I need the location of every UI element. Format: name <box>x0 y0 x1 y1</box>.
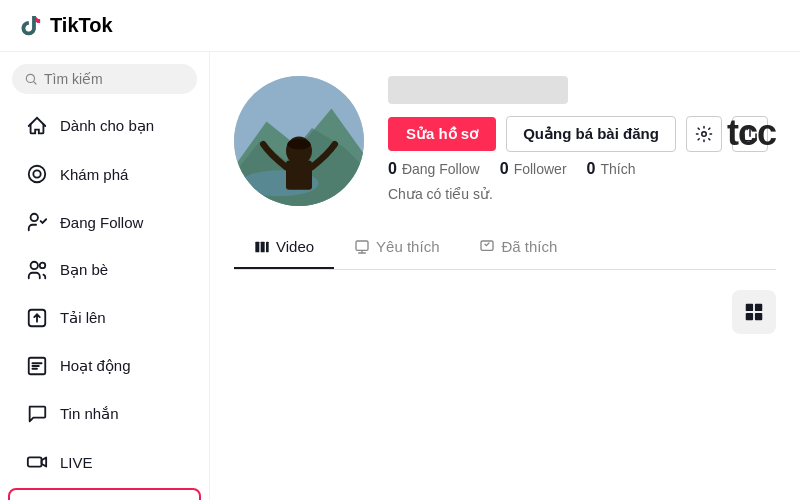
sidebar-label-kham-pha: Khám phá <box>60 166 128 183</box>
svg-rect-34 <box>755 304 762 311</box>
stat-likes-number: 0 <box>587 160 596 178</box>
svg-rect-8 <box>28 457 42 466</box>
tab-video-label: Video <box>276 238 314 255</box>
stat-followers-number: 0 <box>500 160 509 178</box>
following-icon <box>24 209 50 235</box>
message-icon <box>24 401 50 427</box>
svg-point-5 <box>40 263 46 269</box>
sidebar-item-hoat-dong[interactable]: Hoạt động <box>8 343 201 389</box>
favorite-tab-icon <box>354 239 370 255</box>
stat-followers[interactable]: 0 Follower <box>500 160 567 178</box>
stat-likes-label: Thích <box>600 161 635 177</box>
edit-profile-button[interactable]: Sửa hồ sơ <box>388 117 496 151</box>
logo-label: TikTok <box>50 14 113 37</box>
sidebar-item-dang-follow[interactable]: Đang Follow <box>8 199 201 245</box>
username-placeholder <box>388 76 568 104</box>
sidebar-item-tin-nhan[interactable]: Tin nhắn <box>8 391 201 437</box>
svg-rect-36 <box>755 313 762 320</box>
sidebar-label-ban-be: Bạn bè <box>60 261 108 279</box>
svg-rect-35 <box>746 313 753 320</box>
sidebar-item-ban-be[interactable]: Bạn bè <box>8 247 201 293</box>
sidebar-label-hoat-dong: Hoạt động <box>60 357 131 375</box>
activity-icon <box>24 353 50 379</box>
brand-tcc: tcc <box>727 112 776 154</box>
explore-icon <box>24 161 50 187</box>
tab-da-thich-label: Đã thích <box>501 238 557 255</box>
search-icon <box>24 71 38 87</box>
svg-rect-33 <box>746 304 753 311</box>
tab-yeu-thich[interactable]: Yêu thích <box>334 226 459 269</box>
sidebar: Dành cho bạn Khám phá Đang Follow Bạn bè… <box>0 52 210 500</box>
tab-video[interactable]: Video <box>234 226 334 269</box>
sidebar-label-tin-nhan: Tin nhắn <box>60 405 118 423</box>
profile-actions: Sửa hồ sơ Quảng bá bài đăng <box>388 116 776 152</box>
svg-rect-24 <box>286 161 312 190</box>
stat-following[interactable]: 0 Đang Follow <box>388 160 480 178</box>
live-icon <box>24 449 50 475</box>
tiktok-logo[interactable]: TikTok <box>16 12 113 40</box>
grid-icon <box>743 301 765 323</box>
svg-point-26 <box>702 132 707 137</box>
content-grid-area <box>210 270 800 354</box>
svg-rect-0 <box>16 12 44 40</box>
sidebar-label-tai-len: Tải lên <box>60 309 106 327</box>
sidebar-item-ho-so[interactable]: Hồ sơ <box>8 488 201 500</box>
svg-point-4 <box>31 262 38 269</box>
sidebar-item-kham-pha[interactable]: Khám phá <box>8 151 201 197</box>
video-tab-icon <box>254 239 270 255</box>
search-box[interactable] <box>12 64 197 94</box>
home-icon <box>24 113 50 139</box>
bio-text: Chưa có tiểu sử. <box>388 186 776 202</box>
friends-icon <box>24 257 50 283</box>
stats-row: 0 Đang Follow 0 Follower 0 Thích <box>388 160 776 178</box>
sidebar-label-danh-cho-ban: Dành cho bạn <box>60 117 154 135</box>
stat-following-label: Đang Follow <box>402 161 480 177</box>
svg-point-3 <box>31 214 38 221</box>
sidebar-item-live[interactable]: LIVE <box>8 439 201 485</box>
promote-button[interactable]: Quảng bá bài đăng <box>506 116 676 152</box>
profile-avatar-large <box>234 76 364 206</box>
svg-rect-28 <box>255 241 259 252</box>
stat-followers-label: Follower <box>514 161 567 177</box>
tabs: Video Yêu thích Đã thích <box>234 226 776 270</box>
profile-section: Sửa hồ sơ Quảng bá bài đăng <box>210 52 800 206</box>
svg-point-25 <box>287 139 310 149</box>
stat-likes[interactable]: 0 Thích <box>587 160 636 178</box>
search-input[interactable] <box>44 71 185 87</box>
svg-rect-29 <box>261 241 265 252</box>
content-area: tcc <box>210 52 800 500</box>
svg-point-2 <box>29 166 46 183</box>
svg-rect-30 <box>266 241 269 252</box>
tab-da-thich[interactable]: Đã thích <box>459 226 577 269</box>
sidebar-label-live: LIVE <box>60 454 93 471</box>
tab-yeu-thich-label: Yêu thích <box>376 238 439 255</box>
stat-following-number: 0 <box>388 160 397 178</box>
sidebar-item-tai-len[interactable]: Tải lên <box>8 295 201 341</box>
upload-icon <box>24 305 50 331</box>
settings-button[interactable] <box>686 116 722 152</box>
svg-rect-31 <box>356 241 368 250</box>
profile-info: Sửa hồ sơ Quảng bá bài đăng <box>388 76 776 206</box>
grid-view-button[interactable] <box>732 290 776 334</box>
liked-tab-icon <box>479 239 495 255</box>
sidebar-item-danh-cho-ban[interactable]: Dành cho bạn <box>8 103 201 149</box>
tiktok-logo-icon <box>16 12 44 40</box>
gear-icon <box>695 125 713 143</box>
sidebar-label-dang-follow: Đang Follow <box>60 214 143 231</box>
